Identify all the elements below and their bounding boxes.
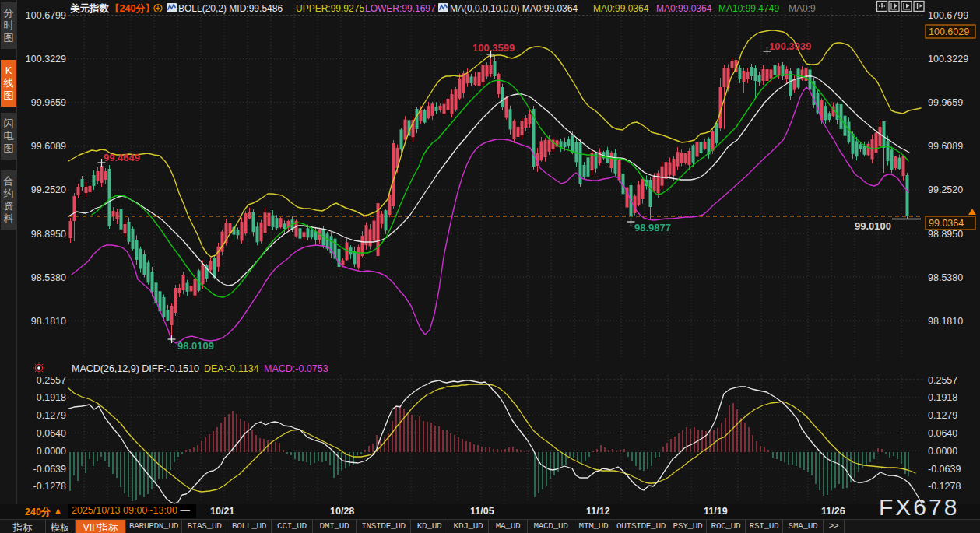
svg-text:美元指数: 美元指数 bbox=[69, 2, 110, 14]
svg-text:99.4649: 99.4649 bbox=[104, 152, 140, 163]
svg-text:0.1918: 0.1918 bbox=[37, 392, 66, 403]
svg-text:0.1279: 0.1279 bbox=[37, 410, 66, 421]
svg-text:100.6029: 100.6029 bbox=[929, 26, 969, 37]
svg-text:100.3939: 100.3939 bbox=[769, 40, 811, 52]
svg-text:99.9659: 99.9659 bbox=[31, 97, 66, 108]
svg-text:0.2557: 0.2557 bbox=[928, 375, 957, 386]
svg-text:MA0:99.0364: MA0:99.0364 bbox=[656, 3, 712, 14]
svg-text:99.6089: 99.6089 bbox=[928, 141, 963, 152]
svg-text:99.0364: 99.0364 bbox=[929, 218, 964, 229]
svg-text:100.3229: 100.3229 bbox=[26, 54, 66, 65]
svg-text:-0.0639: -0.0639 bbox=[33, 464, 66, 475]
svg-text:MACD:-0.0753: MACD:-0.0753 bbox=[264, 363, 328, 374]
svg-text:0.0640: 0.0640 bbox=[37, 428, 66, 439]
svg-text:99.2520: 99.2520 bbox=[928, 184, 963, 195]
svg-text:MA0:99.0364: MA0:99.0364 bbox=[593, 3, 649, 14]
svg-text:98.5380: 98.5380 bbox=[928, 272, 963, 283]
svg-text:MA0:9: MA0:9 bbox=[789, 3, 816, 14]
svg-text:100.6799: 100.6799 bbox=[26, 10, 66, 21]
svg-text:98.8950: 98.8950 bbox=[31, 229, 66, 240]
svg-text:BOLL(20,2) MID:99.5486: BOLL(20,2) MID:99.5486 bbox=[178, 3, 283, 14]
svg-text:0.1279: 0.1279 bbox=[928, 410, 957, 421]
svg-text:100.6799: 100.6799 bbox=[928, 10, 968, 21]
svg-text:MA10:99.4749: MA10:99.4749 bbox=[718, 3, 779, 14]
svg-text:100.3599: 100.3599 bbox=[472, 42, 515, 54]
svg-text:98.5380: 98.5380 bbox=[31, 272, 66, 283]
svg-text:100.3229: 100.3229 bbox=[928, 54, 968, 65]
svg-text:-0.0639: -0.0639 bbox=[928, 464, 961, 475]
svg-text:98.0109: 98.0109 bbox=[177, 340, 214, 352]
svg-text:99.0100: 99.0100 bbox=[855, 220, 891, 232]
svg-text:UPPER:99.9275: UPPER:99.9275 bbox=[296, 3, 364, 14]
svg-text:-0.1278: -0.1278 bbox=[33, 481, 66, 492]
svg-text:MACD(26,12,9) DIFF:-0.1510: MACD(26,12,9) DIFF:-0.1510 bbox=[72, 363, 199, 374]
svg-text:98.1810: 98.1810 bbox=[928, 316, 963, 327]
svg-text:98.9877: 98.9877 bbox=[634, 222, 671, 233]
svg-text:-0.1278: -0.1278 bbox=[928, 481, 961, 492]
svg-text:0.0000: 0.0000 bbox=[928, 446, 957, 457]
svg-text:98.1810: 98.1810 bbox=[31, 316, 66, 327]
svg-text:0.1918: 0.1918 bbox=[928, 392, 957, 403]
svg-text:0.0640: 0.0640 bbox=[928, 428, 957, 439]
svg-text:LOWER:99.1697: LOWER:99.1697 bbox=[365, 3, 436, 14]
svg-text:MA(0,0,0,10,0,0) MA0:99.0364: MA(0,0,0,10,0,0) MA0:99.0364 bbox=[450, 3, 578, 14]
svg-text:0.0000: 0.0000 bbox=[37, 446, 66, 457]
svg-text:DEA:-0.1134: DEA:-0.1134 bbox=[204, 363, 259, 374]
svg-text:0.2557: 0.2557 bbox=[37, 375, 66, 386]
svg-text:【240分】: 【240分】 bbox=[110, 3, 155, 14]
svg-text:99.9659: 99.9659 bbox=[928, 97, 963, 108]
svg-text:98.8950: 98.8950 bbox=[928, 229, 963, 240]
svg-text:99.2520: 99.2520 bbox=[31, 184, 66, 195]
svg-text:99.6089: 99.6089 bbox=[31, 141, 66, 152]
